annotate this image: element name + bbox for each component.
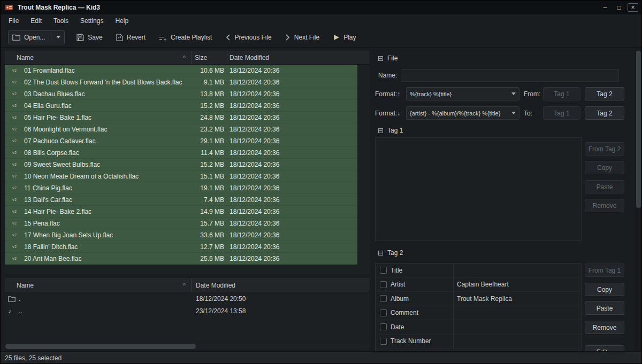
- field-value[interactable]: [453, 264, 581, 277]
- tag2-buttons: From Tag 1CopyPasteRemoveEdit...: [585, 48, 624, 351]
- file-row[interactable]: v218 Fallin' Ditch.flac12.7 MB18/12/2024…: [5, 241, 357, 253]
- file-date-modified: 18/12/2024 20:36: [227, 161, 357, 168]
- folder-open-icon: [12, 34, 20, 41]
- file-row[interactable]: v215 Pena.flac15.7 MB18/12/2024 20:36: [5, 218, 357, 229]
- tag-field-row[interactable]: Comment: [376, 306, 581, 321]
- vertical-scrollbar-thumb[interactable]: [636, 51, 641, 208]
- status-bar: 25 files, 25 selected: [1, 351, 642, 364]
- format-to-filename-combo[interactable]: {artist} - %{album}/%{track} %{title}: [406, 106, 519, 120]
- menu-item-help[interactable]: Help: [109, 14, 134, 27]
- tag-field-row[interactable]: Date: [376, 320, 581, 335]
- dir-row[interactable]: .18/12/2024 20:50: [5, 292, 357, 305]
- file-row[interactable]: v208 Bills Corpse.flac11.4 MB18/12/2024 …: [5, 147, 357, 159]
- file-row[interactable]: v205 Hair Pie- Bake 1.flac24.8 MB18/12/2…: [5, 112, 357, 123]
- field-value[interactable]: [453, 306, 581, 320]
- menu-item-edit[interactable]: Edit: [25, 14, 48, 27]
- column-header-date-modified[interactable]: Date Modified: [227, 51, 370, 64]
- toolbar-open-button[interactable]: Open...: [8, 30, 65, 44]
- from-tag1-button[interactable]: Tag 1: [543, 87, 580, 100]
- column-header-date-modified[interactable]: Date Modified: [192, 279, 370, 292]
- file-name: 05 Hair Pie- Bake 1.flac: [24, 114, 192, 121]
- file-row[interactable]: v210 Neon Meate Dream of a Octafish.flac…: [5, 171, 357, 182]
- column-header-name[interactable]: Name ^: [5, 51, 192, 64]
- column-header-size[interactable]: Size: [192, 51, 227, 64]
- tag-field-row[interactable]: Track Number: [376, 335, 581, 349]
- dir-table-body: .18/12/2024 20:50♪..23/12/2024 13:58: [5, 292, 370, 343]
- file-section-header[interactable]: File: [378, 55, 398, 62]
- file-size: 13.8 MB: [192, 90, 227, 98]
- checkbox-album[interactable]: [380, 295, 387, 302]
- file-date-modified: 18/12/2024 20:36: [227, 102, 357, 110]
- format-from-filename-label: Format:↑: [375, 90, 400, 98]
- menu-item-settings[interactable]: Settings: [74, 14, 109, 27]
- menu-item-tools[interactable]: Tools: [48, 14, 74, 27]
- checkbox-artist[interactable]: [380, 281, 387, 288]
- checkbox-track-number[interactable]: [380, 338, 387, 345]
- field-value[interactable]: Captain Beefheart: [453, 278, 581, 292]
- from-tag-1-button[interactable]: From Tag 1: [585, 264, 624, 277]
- remove-button[interactable]: Remove: [585, 321, 624, 334]
- horizontal-scrollbar-thumb[interactable]: [5, 344, 196, 349]
- file-row[interactable]: v203 Dachau Blues.flac13.8 MB18/12/2024 …: [5, 88, 357, 100]
- file-table-header[interactable]: Name ^ Size Date Modified: [5, 51, 370, 65]
- file-row[interactable]: v217 When Big Joan Sets Up.flac33.6 MB18…: [5, 229, 357, 241]
- collapse-icon[interactable]: [378, 251, 383, 255]
- file-row[interactable]: v213 Dali's Car.flac7.4 MB18/12/2024 20:…: [5, 194, 357, 206]
- collapse-icon[interactable]: [378, 128, 383, 133]
- combo-value: {artist} - %{album}/%{track} %{title}: [410, 110, 509, 117]
- file-row[interactable]: v202 The Dust Blows Forward 'n the Dust …: [5, 76, 357, 88]
- tag-field-row[interactable]: Title: [376, 264, 581, 278]
- dir-row[interactable]: ♪..23/12/2024 13:58: [5, 305, 357, 317]
- paste-button[interactable]: Paste: [585, 301, 624, 315]
- field-label: Title: [391, 267, 402, 274]
- file-row[interactable]: v206 Moonlight on Vermont.flac23.2 MB18/…: [5, 123, 357, 135]
- dir-table-header[interactable]: Name ^ Date Modified: [5, 278, 370, 292]
- toolbar-label: Create Playlist: [171, 34, 212, 41]
- edit-button[interactable]: Edit...: [585, 345, 624, 351]
- toolbar-label: Revert: [127, 34, 146, 41]
- toolbar-play-button[interactable]: Play: [331, 30, 357, 44]
- checkbox-comment[interactable]: [380, 309, 387, 316]
- file-row[interactable]: v204 Ella Guru.flac15.2 MB18/12/2024 20:…: [5, 100, 357, 112]
- field-value[interactable]: Trout Mask Replica: [453, 292, 581, 306]
- file-name: 07 Pachuco Cadaver.flac: [24, 137, 192, 145]
- field-label: Artist: [391, 281, 405, 288]
- file-size: 24.8 MB: [192, 114, 227, 121]
- tag-field-row[interactable]: ArtistCaptain Beefheart: [376, 278, 581, 292]
- vertical-scrollbar[interactable]: [635, 48, 642, 351]
- toolbar-next-file-button[interactable]: Next File: [284, 30, 321, 44]
- sort-ascending-icon: ^: [183, 55, 186, 61]
- toolbar-revert-button[interactable]: Revert: [114, 30, 147, 44]
- checkbox-title[interactable]: [380, 267, 387, 274]
- to-tag1-button[interactable]: Tag 1: [543, 106, 580, 120]
- format-from-filename-combo[interactable]: %{track} %{title}: [406, 87, 519, 100]
- tag1-section-header[interactable]: Tag 1: [378, 127, 403, 134]
- close-button[interactable]: ×: [628, 3, 638, 12]
- file-row[interactable]: v209 Sweet Sweet Bulbs.flac15.2 MB18/12/…: [5, 159, 357, 171]
- tag2-section-header[interactable]: Tag 2: [378, 249, 403, 257]
- toolbar-create-playlist-button[interactable]: Create Playlist: [157, 30, 213, 44]
- file-row[interactable]: v211 China Pig.flac19.1 MB18/12/2024 20:…: [5, 182, 357, 194]
- horizontal-scrollbar[interactable]: [5, 343, 370, 350]
- maximize-button[interactable]: □: [614, 3, 624, 12]
- tag-indicator-icon: v2: [12, 139, 24, 143]
- file-row[interactable]: v214 Hair Pie- Bake 2.flac14.9 MB18/12/2…: [5, 206, 357, 218]
- field-value[interactable]: [453, 335, 581, 348]
- collapse-icon[interactable]: [378, 56, 383, 61]
- file-row[interactable]: v220 Ant Man Bee.flac25.5 MB18/12/2024 2…: [5, 253, 357, 265]
- field-value[interactable]: [453, 320, 581, 334]
- file-row[interactable]: v207 Pachuco Cadaver.flac29.1 MB18/12/20…: [5, 135, 357, 147]
- file-row[interactable]: v201 Frownland.flac10.6 MB18/12/2024 20:…: [5, 65, 357, 76]
- minimize-button[interactable]: –: [600, 3, 610, 12]
- column-header-name[interactable]: Name ^: [5, 279, 192, 292]
- toolbar-previous-file-button[interactable]: Previous File: [224, 30, 273, 44]
- chevron-right-icon: [285, 34, 291, 41]
- menu-item-file[interactable]: File: [3, 14, 25, 27]
- column-label: Name: [17, 54, 34, 61]
- tag-field-row[interactable]: AlbumTrout Mask Replica: [376, 292, 581, 306]
- toolbar-save-button[interactable]: Save: [75, 30, 104, 44]
- checkbox-date[interactable]: [380, 323, 387, 330]
- chevron-down-icon[interactable]: [56, 36, 60, 38]
- tag-indicator-icon: v2: [12, 68, 24, 72]
- copy-button[interactable]: Copy: [585, 283, 624, 296]
